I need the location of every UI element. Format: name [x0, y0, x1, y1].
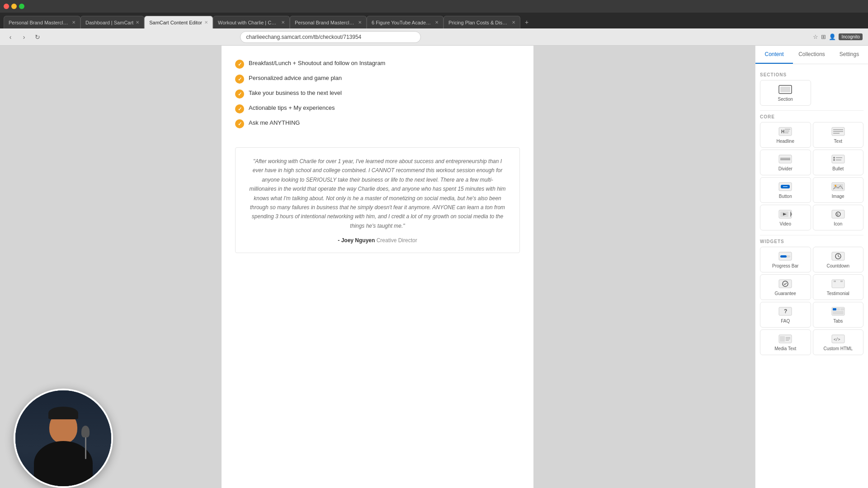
widget-text[interactable]: Text: [813, 122, 864, 148]
sections-grid: Section: [760, 80, 863, 106]
bookmark-icon[interactable]: ☆: [813, 33, 818, 40]
widget-tabs[interactable]: Tabs: [813, 302, 864, 328]
widget-countdown[interactable]: Countdown: [813, 247, 864, 272]
avatar-image: [15, 390, 111, 486]
tabs-label: Tabs: [833, 319, 843, 324]
incognito-badge: Incognito: [839, 33, 863, 40]
address-field[interactable]: charlieechang.samcart.com/tb/checkout/71…: [240, 31, 421, 43]
widget-headline[interactable]: H Headline: [760, 122, 811, 148]
page-canvas: Breakfast/Lunch + Shoutout and follow on…: [0, 46, 755, 488]
bullet-icon: [831, 154, 845, 164]
browser-chrome: [0, 0, 868, 13]
bullet-check-icon-1: [235, 60, 244, 69]
core-grid: H Headline: [760, 122, 863, 230]
widget-section[interactable]: Section: [760, 80, 811, 106]
tab-masterclass-b[interactable]: Personal Brand Masterclass B... ✕: [290, 16, 367, 28]
image-icon: [831, 181, 845, 192]
bullet-text-2: Personalized advice and game plan: [249, 74, 342, 82]
tab-collections[interactable]: Collections: [793, 46, 830, 64]
tab-workout[interactable]: Workout with Charlie | Charti... ✕: [213, 16, 290, 28]
maximize-button[interactable]: [19, 4, 24, 9]
profile-icon[interactable]: 👤: [829, 33, 836, 40]
widget-custom-html[interactable]: </> Custom HTML: [813, 329, 864, 355]
minimize-button[interactable]: [11, 4, 17, 9]
widget-faq[interactable]: ? FAQ: [760, 302, 811, 328]
svg-rect-1: [780, 87, 790, 92]
author-title: Creative Director: [377, 237, 417, 244]
tab-close-icon[interactable]: ✕: [204, 20, 208, 25]
bullet-text-5: Ask me ANYTHING: [249, 119, 300, 127]
widget-bullet[interactable]: Bullet: [813, 150, 864, 175]
tab-bar: Personal Brand Masterclass ✕ Dashboard |…: [0, 13, 868, 28]
tab-close-icon[interactable]: ✕: [358, 20, 362, 25]
traffic-lights: [4, 4, 24, 9]
custom-html-icon: </>: [831, 333, 845, 344]
bullet-text-3: Take your business to the next level: [249, 89, 342, 97]
svg-point-18: [833, 159, 835, 161]
core-label: CORE: [760, 114, 863, 119]
countdown-label: Countdown: [826, 263, 849, 268]
tab-pricing[interactable]: Pricing Plan Costs & Discoun... ✕: [443, 16, 520, 28]
bullet-check-icon-4: [235, 104, 244, 113]
back-button[interactable]: ‹: [5, 32, 15, 42]
testimonial-section: "After working with Charlie for over 1 y…: [235, 147, 520, 253]
bullet-text-4: Actionable tips + My experiences: [249, 104, 335, 112]
widget-testimonial[interactable]: " " Testimonial: [813, 274, 864, 300]
testimonial-widget-label: Testimonial: [827, 291, 849, 296]
svg-rect-15: [832, 155, 844, 163]
extensions-icon[interactable]: ⊞: [821, 33, 826, 40]
forward-button[interactable]: ›: [19, 32, 29, 42]
close-button[interactable]: [4, 4, 9, 9]
widget-media-text[interactable]: Media Text: [760, 329, 811, 355]
bullet-check-icon-2: [235, 75, 244, 84]
tab-close-icon[interactable]: ✕: [136, 20, 139, 25]
bullet-item-2: Personalized advice and game plan: [235, 74, 520, 84]
testimonial-icon: " ": [831, 278, 845, 289]
button-label: Button: [779, 194, 792, 199]
tab-close-icon[interactable]: ✕: [72, 20, 75, 25]
sections-divider: [760, 110, 863, 111]
svg-text:</>: </>: [834, 338, 840, 342]
widget-progress-bar[interactable]: Progress Bar: [760, 247, 811, 272]
svg-rect-53: [780, 336, 785, 342]
media-text-label: Media Text: [774, 346, 796, 351]
widget-button[interactable]: Button: [760, 177, 811, 203]
icon-widget-icon: $: [831, 209, 845, 220]
widget-guarantee[interactable]: Guarantee: [760, 274, 811, 300]
svg-text:H: H: [781, 129, 784, 134]
faq-icon: ?: [778, 306, 793, 317]
address-icons: ☆ ⊞ 👤 Incognito: [813, 33, 863, 40]
svg-rect-51: [833, 311, 844, 314]
new-tab-button[interactable]: +: [520, 16, 533, 28]
tab-youtube-academy[interactable]: 6 Figure YouTube Academy | C... ✕: [367, 16, 443, 28]
tab-close-icon[interactable]: ✕: [281, 20, 285, 25]
faq-label: FAQ: [781, 319, 790, 324]
main-area: Breakfast/Lunch + Shoutout and follow on…: [0, 46, 868, 488]
tab-close-icon[interactable]: ✕: [512, 20, 515, 25]
svg-rect-48: [833, 308, 836, 310]
widgets-divider: [760, 235, 863, 235]
tabs-icon: [831, 306, 845, 317]
bullet-item-3: Take your business to the next level: [235, 89, 520, 99]
text-label: Text: [834, 139, 842, 144]
widget-video[interactable]: Video: [760, 205, 811, 230]
section-icon: [778, 84, 793, 95]
widgets-grid: Progress Bar Countdown: [760, 247, 863, 355]
svg-rect-49: [837, 308, 840, 310]
svg-text:": ": [834, 279, 836, 286]
headline-label: Headline: [777, 139, 794, 144]
author-name: - Joey Nguyen: [338, 237, 375, 244]
tab-content[interactable]: Content: [755, 46, 793, 64]
tab-close-icon[interactable]: ✕: [435, 20, 439, 25]
bullet-item-5: Ask me ANYTHING: [235, 119, 520, 128]
tab-samcart-editor[interactable]: SamCart Content Editor ✕: [144, 16, 213, 28]
media-text-icon: [778, 333, 793, 344]
tab-settings[interactable]: Settings: [830, 46, 868, 64]
tab-dashboard[interactable]: Dashboard | SamCart ✕: [80, 16, 144, 28]
widget-image[interactable]: Image: [813, 177, 864, 203]
widget-icon[interactable]: $ Icon: [813, 205, 864, 230]
refresh-button[interactable]: ↻: [33, 32, 42, 42]
tab-personal-brand[interactable]: Personal Brand Masterclass ✕: [4, 16, 80, 28]
widget-divider[interactable]: Divider: [760, 150, 811, 175]
checkout-content: Breakfast/Lunch + Shoutout and follow on…: [222, 46, 533, 488]
